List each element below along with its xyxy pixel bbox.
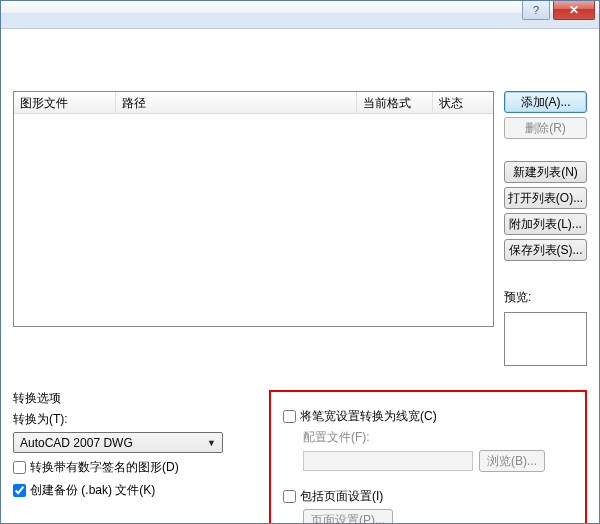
chevron-down-icon: ▼: [207, 438, 216, 448]
file-table[interactable]: 图形文件 路径 当前格式 状态: [13, 91, 494, 327]
dialog-content: 图形文件 路径 当前格式 状态 添加(A)... 删除(R) 新建列表(N) 打…: [1, 29, 599, 523]
browse-button: 浏览(B)...: [479, 450, 545, 472]
config-file-field: [303, 451, 473, 471]
window-help-button[interactable]: ?: [522, 1, 550, 20]
window-close-button[interactable]: ✕: [553, 1, 595, 20]
table-header: 图形文件 路径 当前格式 状态: [14, 92, 493, 114]
append-list-button[interactable]: 附加列表(L)...: [504, 213, 587, 235]
page-setup-button: 页面设置(P)...: [303, 509, 393, 524]
format-selected: AutoCAD 2007 DWG: [20, 436, 133, 450]
include-page-setup-checkbox[interactable]: [283, 490, 296, 503]
new-list-button[interactable]: 新建列表(N): [504, 161, 587, 183]
config-file-label: 配置文件(F):: [303, 429, 370, 446]
preview-box: [504, 312, 587, 366]
digital-signature-checkbox-row[interactable]: 转换带有数字签名的图形(D): [13, 459, 253, 476]
help-icon: ?: [533, 4, 539, 16]
col-status[interactable]: 状态: [433, 92, 493, 113]
remove-button: 删除(R): [504, 117, 587, 139]
close-icon: ✕: [569, 3, 579, 17]
convert-options: 转换选项 转换为(T): AutoCAD 2007 DWG ▼ 转换带有数字签名…: [13, 390, 253, 524]
pen-to-lineweight-label: 将笔宽设置转换为线宽(C): [300, 408, 437, 425]
side-buttons: 添加(A)... 删除(R) 新建列表(N) 打开列表(O)... 附加列表(L…: [504, 91, 587, 366]
open-list-button[interactable]: 打开列表(O)...: [504, 187, 587, 209]
digital-signature-checkbox[interactable]: [13, 461, 26, 474]
format-dropdown[interactable]: AutoCAD 2007 DWG ▼: [13, 432, 223, 453]
convert-as-label: 转换为(T):: [13, 411, 253, 428]
convert-options-title: 转换选项: [13, 390, 253, 407]
create-backup-label: 创建备份 (.bak) 文件(K): [30, 482, 155, 499]
titlebar: ? ✕: [1, 1, 599, 29]
create-backup-checkbox-row[interactable]: 创建备份 (.bak) 文件(K): [13, 482, 253, 499]
include-page-setup-row[interactable]: 包括页面设置(I): [283, 488, 573, 505]
preview-label: 预览:: [504, 289, 587, 306]
col-path[interactable]: 路径: [116, 92, 357, 113]
digital-signature-label: 转换带有数字签名的图形(D): [30, 459, 179, 476]
save-list-button[interactable]: 保存列表(S)...: [504, 239, 587, 261]
add-button[interactable]: 添加(A)...: [504, 91, 587, 113]
pen-to-lineweight-row[interactable]: 将笔宽设置转换为线宽(C): [283, 408, 573, 425]
col-file[interactable]: 图形文件: [14, 92, 116, 113]
highlighted-panel: 将笔宽设置转换为线宽(C) 配置文件(F): 浏览(B)... 包括页面设置(I…: [269, 390, 587, 524]
pen-to-lineweight-checkbox[interactable]: [283, 410, 296, 423]
window-controls: ? ✕: [522, 1, 595, 21]
create-backup-checkbox[interactable]: [13, 484, 26, 497]
col-format[interactable]: 当前格式: [357, 92, 433, 113]
include-page-setup-label: 包括页面设置(I): [300, 488, 383, 505]
